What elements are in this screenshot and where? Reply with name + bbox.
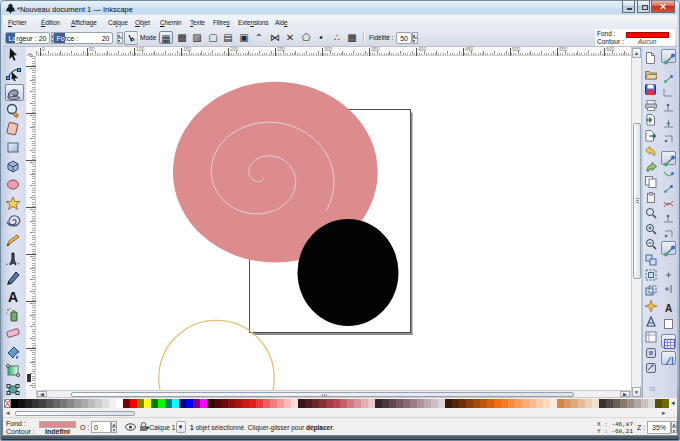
svg-text:A: A [665,303,672,314]
svg-text:A: A [8,289,18,304]
